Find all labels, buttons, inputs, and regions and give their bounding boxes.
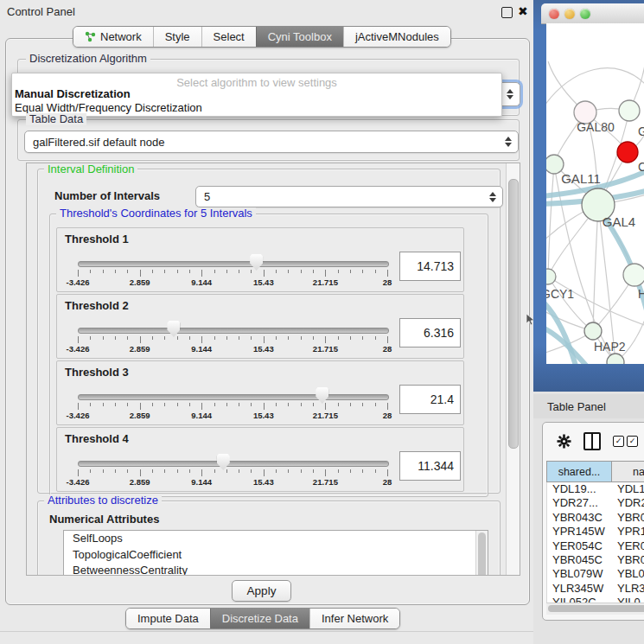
dropdown-item-manual-discretization[interactable]: Manual Discretization — [15, 87, 131, 100]
list-items: SelfLoopsTopologicalCoefficientBetweenne… — [64, 531, 488, 576]
slider-ticks — [78, 270, 387, 277]
network-window-titlebar[interactable] — [541, 3, 644, 24]
settings-scrollbar[interactable] — [506, 163, 520, 575]
float-icon[interactable] — [501, 7, 513, 18]
list-scrollbar[interactable] — [475, 531, 488, 576]
table-panel-toolbar: ✓ ✓ — [543, 428, 644, 454]
combo-arrows-icon — [507, 89, 513, 99]
table-row[interactable]: YDR27...YDR2 — [547, 496, 644, 510]
network-node-HAP2[interactable] — [584, 322, 602, 340]
table-row[interactable]: YIL052CYIL0 — [547, 596, 644, 603]
network-node-GCY1[interactable] — [546, 269, 556, 284]
numerical-attributes-list[interactable]: SelfLoopsTopologicalCoefficientBetweenne… — [63, 530, 488, 576]
scrollbar-thumb[interactable] — [548, 605, 644, 612]
discretization-algorithm-title: Discretization Algorithm — [26, 53, 150, 65]
table-row[interactable]: YER054CYER0 — [547, 539, 644, 553]
tab-select[interactable]: Select — [201, 27, 256, 47]
slider-handle[interactable] — [316, 387, 328, 404]
slider-handle[interactable] — [217, 454, 230, 470]
tick-label: 9.144 — [191, 277, 212, 287]
table-rows: YDL19...YDL1YDR27...YDR2YBR043CYBR0YPR14… — [546, 482, 644, 603]
tab-discretize-data[interactable]: Discretize Data — [210, 609, 309, 628]
column-header-shared-name[interactable]: shared... — [546, 461, 612, 482]
tick-label: 9.144 — [191, 411, 212, 420]
network-edge — [548, 277, 593, 331]
network-canvas[interactable]: GAL80GACGAL11GAL4GCY1HHAP2 — [546, 23, 644, 364]
table-horizontal-scrollbar[interactable] — [546, 603, 644, 615]
threshold-4-slider[interactable] — [78, 461, 389, 467]
close-icon[interactable]: ✖ — [518, 4, 528, 18]
close-traffic-light[interactable] — [549, 9, 559, 19]
apply-button[interactable]: Apply — [232, 580, 291, 602]
zoom-traffic-light[interactable] — [580, 9, 590, 19]
table-data-combo[interactable]: galFiltered.sif default node — [24, 131, 519, 153]
minimize-traffic-light[interactable] — [564, 9, 575, 19]
gear-icon[interactable] — [557, 434, 571, 449]
threshold-3-value[interactable]: 21.4 — [399, 385, 461, 414]
table-row[interactable]: YBL079WYBL0 — [547, 567, 644, 581]
threshold-4-value[interactable]: 11.344 — [399, 451, 461, 481]
network-view-window: GAL80GACGAL11GAL4GCY1HHAP2 — [533, 0, 644, 392]
scrollbar-thumb[interactable] — [508, 179, 519, 449]
threshold-1-slider[interactable] — [78, 261, 389, 267]
tab-infer-network[interactable]: Infer Network — [309, 609, 399, 628]
list-item[interactable]: TopologicalCoefficient — [64, 547, 488, 564]
threshold-coordinates-title: Threshold's Coordinates for 5 Intervals — [56, 207, 256, 220]
network-svg: GAL80GACGAL11GAL4GCY1HHAP2 — [546, 23, 644, 364]
slider-ticks — [78, 403, 387, 410]
list-item[interactable]: BetweennessCentrality — [64, 563, 488, 576]
table-row[interactable]: YBR043CYBR0 — [547, 511, 644, 525]
cyni-bottom-tabs: Impute Data Discretize Data Infer Networ… — [125, 608, 400, 629]
tick-label: 9.144 — [191, 344, 212, 354]
panel-title: Control Panel — [7, 5, 75, 18]
number-of-intervals-combo[interactable]: 5 — [195, 186, 503, 207]
slider-handle[interactable] — [250, 254, 263, 271]
table-row[interactable]: YDL19...YDL1 — [547, 482, 644, 496]
interval-definition-title: Interval Definition — [44, 163, 137, 175]
right-panel-area: GAL80GACGAL11GAL4GCY1HHAP2 Table Panel — [533, 0, 644, 644]
tick-label: 15.43 — [253, 277, 274, 287]
tick-label: 28 — [383, 477, 392, 487]
columns-icon[interactable] — [583, 432, 601, 450]
table-panel: ✓ ✓ shared... na YDL19...YDL1YDR27...YDR… — [542, 422, 644, 621]
tab-impute-data[interactable]: Impute Data — [126, 609, 210, 628]
network-node-label: GCY1 — [546, 287, 574, 301]
list-item[interactable]: SelfLoops — [64, 531, 488, 547]
tick-label: 15.43 — [253, 411, 274, 420]
tick-label: 2.859 — [130, 411, 150, 420]
algorithm-dropdown-popup: Select algorithm to view settings Manual… — [11, 73, 502, 117]
threshold-2-value[interactable]: 6.316 — [399, 318, 461, 348]
tick-label: 28 — [383, 277, 392, 287]
tab-network[interactable]: Network — [73, 27, 153, 47]
threshold-1-value[interactable]: 14.713 — [399, 252, 461, 281]
slider-tick-labels: -3.4262.8599.14415.4321.71528 — [78, 277, 387, 288]
network-node-label: GAL11 — [561, 171, 601, 186]
tab-cyni-toolbox[interactable]: Cyni Toolbox — [256, 27, 343, 47]
tick-label: 21.715 — [313, 411, 338, 420]
threshold-3-slider[interactable] — [78, 394, 389, 400]
network-node-node-top-right[interactable] — [619, 100, 640, 121]
table-row[interactable]: YLR345WYLR3 — [547, 582, 644, 596]
tick-label: 21.715 — [313, 277, 338, 287]
threshold-2-slider[interactable] — [78, 328, 389, 334]
column-header-name[interactable]: na — [612, 461, 644, 482]
combo-arrows-icon — [505, 137, 512, 147]
numerical-attributes-label: Numerical Attributes — [49, 513, 159, 526]
checkbox-icon[interactable]: ✓ — [627, 436, 638, 447]
network-node-node-H[interactable] — [623, 264, 644, 286]
threshold-3-label: Threshold 3 — [65, 366, 129, 379]
table-row[interactable]: YBR045CYBR0 — [547, 553, 644, 567]
panel-bottom-divider — [0, 631, 533, 632]
tick-label: 2.859 — [130, 277, 150, 287]
network-node-node-red[interactable] — [617, 142, 638, 163]
table-row[interactable]: YPR145WYPR1 — [547, 525, 644, 539]
combo-arrows-icon — [489, 192, 496, 202]
slider-handle[interactable] — [167, 321, 180, 337]
tick-label: -3.426 — [67, 411, 90, 420]
tab-jactivemnodules[interactable]: jActiveMNodules — [343, 27, 450, 47]
checkbox-icon[interactable]: ✓ — [613, 436, 624, 447]
tick-label: -3.426 — [67, 344, 90, 354]
slider-tick-labels: -3.4262.8599.14415.4321.71528 — [78, 477, 387, 488]
tab-style[interactable]: Style — [153, 27, 201, 47]
tick-label: 15.43 — [253, 344, 274, 354]
